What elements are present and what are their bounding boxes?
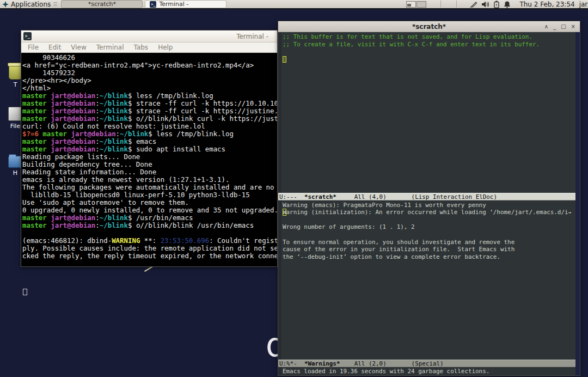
- terminal-line: master jart@debian:~/blink$ emacs: [22, 138, 277, 145]
- menu-help[interactable]: Help: [158, 44, 173, 51]
- minibuffer[interactable]: Emacs loaded in 19.36 seconds with 24 ga…: [278, 367, 575, 375]
- workspace-switcher[interactable]: [406, 1, 426, 8]
- emacs-titlebar[interactable]: *scratch* ∧ _ □ ×: [278, 21, 580, 32]
- terminal-line: Reading state information... Done: [22, 168, 277, 176]
- terminal-icon: >_: [150, 1, 156, 8]
- terminal-line: master jart@debian:~/blink$ less /tmp/bl…: [22, 92, 277, 100]
- menu-edit[interactable]: Edit: [48, 44, 61, 51]
- terminal-titlebar[interactable]: >_ Terminal -: [21, 31, 277, 42]
- warnings-line: To ensure normal operation, you should i…: [283, 239, 575, 246]
- taskbar-button-scratch[interactable]: *scratch*: [61, 0, 143, 8]
- warnings-line: Warning (initialization): An error occur…: [283, 209, 575, 216]
- top-panel: Applications ☰ *scratch* >_ Terminal -: [0, 0, 588, 9]
- terminal-line: master jart@debian:~/blink$ strace -ff c…: [22, 107, 277, 115]
- terminal-menubar: File Edit View Terminal Tabs Help: [21, 42, 277, 53]
- warnings-buffer[interactable]: Warning (emacs): PragmataPro Mono-11 is …: [278, 200, 575, 360]
- terminal-line: emacs is already the newest version (1:2…: [22, 176, 277, 184]
- emacs-hollow-cursor: W: [283, 209, 286, 216]
- terminal-line: <a href="yc-redbean-intro2.mp4">yc-redbe…: [22, 62, 277, 69]
- menu-tabs[interactable]: Tabs: [134, 44, 149, 51]
- emacs-window: *scratch* ∧ _ □ × ;; This buffer is for …: [278, 21, 580, 376]
- applications-label: Applications: [11, 1, 51, 8]
- terminal-line: master jart@debian:~/blink$ o//blink/bli…: [22, 222, 277, 229]
- line-truncation-icon: →: [568, 210, 571, 215]
- terminal-line: 90346626: [22, 54, 277, 62]
- workspace-1[interactable]: [406, 1, 416, 8]
- panel-grip: ☰: [53, 2, 57, 7]
- panel-username[interactable]: jart: [579, 1, 588, 8]
- warnings-line: [283, 231, 575, 239]
- warnings-line: the ‘--debug-init’ option to view a comp…: [283, 253, 575, 261]
- terminal-line: master jart@debian:~/blink$ o//blink/bli…: [22, 115, 277, 123]
- modeline-scratch[interactable]: U:--- *scratch* All (4,0) (Lisp Interact…: [278, 193, 575, 200]
- terminal-line: Use 'sudo apt autoremove' to remove them…: [22, 199, 277, 206]
- panel-separator: [440, 1, 441, 8]
- terminal-line: curl: (6) Could not resolve host: justin…: [22, 123, 277, 130]
- trash-icon: [9, 64, 22, 80]
- warnings-line: cause of the error in your initializatio…: [283, 246, 575, 253]
- system-tray: [470, 1, 511, 8]
- terminal-line: 14579232: [22, 69, 277, 77]
- menu-terminal[interactable]: Terminal: [96, 44, 124, 51]
- terminal-line: The following packages were automaticall…: [22, 184, 277, 191]
- taskbar: *scratch* >_ Terminal -: [61, 0, 226, 8]
- scratch-line: ;; To create a file, visit it with C-x C…: [283, 41, 575, 48]
- menu-file[interactable]: File: [28, 44, 39, 51]
- terminal-title: Terminal -: [236, 33, 268, 40]
- scratch-line: ;; This buffer is for text that is not s…: [283, 33, 575, 41]
- warnings-line: [283, 216, 575, 224]
- volume-icon[interactable]: [481, 1, 489, 8]
- terminal-line: </pre><hr></body>: [22, 77, 277, 84]
- notifications-icon[interactable]: [504, 1, 511, 8]
- panel-right: Thu 2 Feb, 23:54 jart: [406, 0, 588, 9]
- terminal-line: 0 upgraded, 0 newly installed, 0 to remo…: [22, 206, 277, 214]
- terminal-line: master jart@debian:~/blink$ /usr/bin/ema…: [22, 214, 277, 222]
- workspace-2[interactable]: [416, 1, 426, 8]
- panel-separator: [456, 1, 457, 8]
- terminal-line: [22, 229, 277, 237]
- emacs-scrollbar[interactable]: [575, 32, 580, 375]
- applications-icon: [2, 1, 9, 8]
- terminal-line: cked the reply, the reply timeout expire…: [22, 252, 277, 260]
- emacs-title: *scratch*: [278, 23, 580, 31]
- emacs-cursor: [283, 56, 286, 63]
- terminal-line: master jart@debian:~/blink$ strace -ff c…: [22, 100, 277, 107]
- terminal-line: (emacs:466812): dbind-WARNING **: 23:53:…: [22, 237, 277, 245]
- panel-clock[interactable]: Thu 2 Feb, 23:54: [519, 1, 574, 8]
- scratch-blank-line: [283, 48, 575, 56]
- terminal-cursor: [23, 289, 27, 295]
- scratch-buffer[interactable]: ;; This buffer is for text that is not s…: [278, 32, 575, 193]
- battery-icon[interactable]: [493, 1, 500, 8]
- modeline-warnings[interactable]: U:%*- *Warnings* All (2,0) (Special): [278, 360, 575, 367]
- terminal-line: </html>: [22, 84, 277, 92]
- minibuffer-message: Emacs loaded in 19.36 seconds with 24 ga…: [283, 368, 575, 375]
- terminal-line: master jart@debian:~/blink$ sudo apt ins…: [22, 145, 277, 153]
- terminal-output[interactable]: 90346626<a href="yc-redbean-intro2.mp4">…: [21, 53, 277, 266]
- warnings-lines: Warning (emacs): PragmataPro Mono-11 is …: [283, 202, 575, 261]
- terminal-line: $?=6 master jart@debian:~/blink$ less /t…: [22, 130, 277, 138]
- terminal-line: Building dependency tree... Done: [22, 161, 277, 168]
- terminal-line: ply. Possible causes include: the remote…: [22, 245, 277, 252]
- terminal-icon: >_: [23, 32, 32, 40]
- terminal-line: liblldb-15 libopencsd0 linux-perf-5.10 p…: [22, 191, 277, 199]
- terminal-window: >_ Terminal - File Edit View Terminal Ta…: [21, 30, 278, 267]
- stylus-icon[interactable]: [470, 1, 477, 8]
- warnings-line: Warning (emacs): PragmataPro Mono-11 is …: [283, 202, 575, 209]
- warnings-line: Wrong number of arguments: (1 . 1), 2: [283, 223, 575, 231]
- terminal-line: Reading package lists... Done: [22, 153, 277, 161]
- applications-menu[interactable]: Applications ☰: [0, 0, 61, 9]
- menu-view[interactable]: View: [71, 44, 86, 51]
- taskbar-button-terminal[interactable]: >_ Terminal -: [145, 0, 226, 8]
